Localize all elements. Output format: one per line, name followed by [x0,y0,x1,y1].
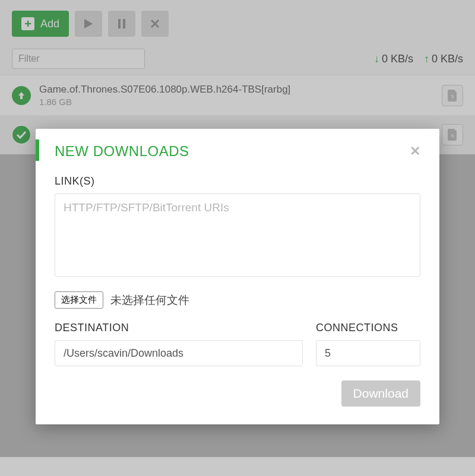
file-chooser-row: 选择文件 未选择任何文件 [55,291,420,309]
accent-stripe [36,139,39,161]
modal-header: NEW DOWNLOADS ✕ [36,129,439,164]
download-button[interactable]: Download [341,380,420,407]
new-downloads-modal: NEW DOWNLOADS ✕ LINK(S) 选择文件 未选择任何文件 DES… [36,129,439,424]
modal-title: NEW DOWNLOADS [55,143,189,160]
destination-input[interactable] [55,340,303,366]
connections-label: CONNECTIONS [316,322,420,334]
no-file-text: 未选择任何文件 [110,293,189,308]
close-icon: ✕ [410,144,420,158]
close-button[interactable]: ✕ [410,144,420,159]
modal-body: LINK(S) 选择文件 未选择任何文件 DESTINATION CONNECT… [36,164,439,424]
connections-input[interactable] [316,340,420,366]
modal-footer: Download [55,380,420,407]
links-input[interactable] [55,193,420,277]
links-label: LINK(S) [55,175,420,188]
choose-file-button[interactable]: 选择文件 [55,291,103,309]
destination-label: DESTINATION [55,322,303,334]
